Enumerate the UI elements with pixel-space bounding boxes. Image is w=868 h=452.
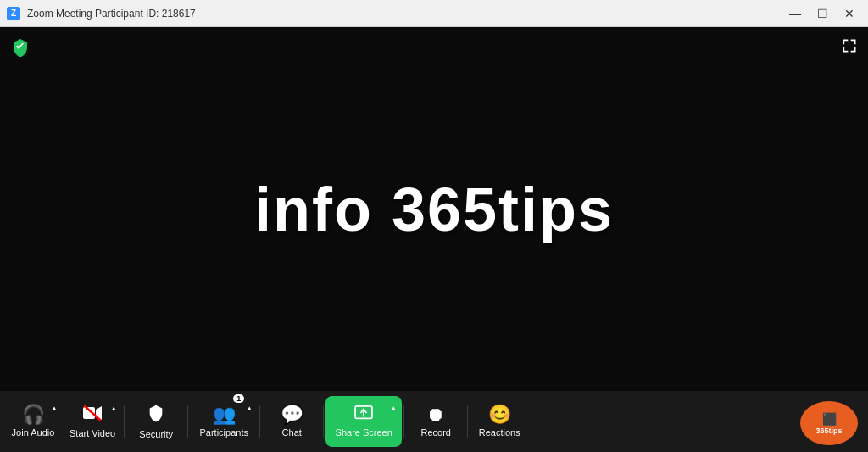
security-shield-icon — [10, 37, 31, 58]
security-label: Security — [139, 429, 173, 439]
security-button[interactable]: Security — [126, 396, 186, 447]
video-area: info 365tips — [0, 27, 868, 391]
record-button[interactable]: ⏺ Record — [406, 396, 465, 447]
divider-6 — [467, 405, 468, 438]
participants-icon: 👥 — [213, 405, 236, 424]
main-area: info 365tips 🎧 Join Audio ▲ Start Video … — [0, 27, 868, 452]
toolbar: 🎧 Join Audio ▲ Start Video ▲ — [0, 391, 868, 452]
meeting-center-text: info 365tips — [254, 175, 614, 244]
divider-3 — [259, 405, 260, 438]
share-screen-label: Share Screen — [336, 427, 392, 438]
app-icon: Z — [7, 7, 20, 20]
divider-5 — [403, 405, 404, 438]
join-audio-caret[interactable]: ▲ — [51, 405, 58, 412]
chat-button[interactable]: 💬 Chat — [262, 396, 321, 447]
office-icon: ⬛ — [822, 412, 837, 426]
video-off-icon — [82, 405, 103, 425]
close-button[interactable]: ✕ — [837, 5, 861, 22]
window-title: Zoom Meeting Participant ID: 218617 — [27, 8, 196, 20]
join-audio-button[interactable]: 🎧 Join Audio ▲ — [3, 396, 63, 447]
reactions-button[interactable]: 😊 Reactions — [470, 396, 529, 447]
reactions-label: Reactions — [479, 427, 520, 438]
participants-button[interactable]: 👥 1 Participants ▲ — [190, 396, 258, 447]
headphone-icon: 🎧 — [22, 405, 45, 424]
chat-label: Chat — [282, 427, 302, 438]
share-screen-caret[interactable]: ▲ — [390, 405, 397, 412]
window-controls: — ☐ ✕ — [783, 5, 861, 22]
365tips-logo: ⬛ 365tips — [800, 401, 858, 445]
participants-label: Participants — [199, 427, 248, 438]
minimize-button[interactable]: — — [783, 5, 807, 22]
participants-caret[interactable]: ▲ — [246, 405, 253, 412]
expand-icon[interactable] — [841, 37, 858, 59]
record-icon: ⏺ — [426, 405, 445, 424]
chat-icon: 💬 — [281, 405, 303, 424]
participant-count-badge: 1 — [233, 394, 244, 403]
start-video-caret[interactable]: ▲ — [110, 405, 117, 412]
start-video-button[interactable]: Start Video ▲ — [63, 396, 122, 447]
share-screen-button[interactable]: Share Screen ▲ Share (Alt+S) — [326, 396, 402, 447]
divider-1 — [124, 405, 125, 438]
maximize-button[interactable]: ☐ — [810, 5, 834, 22]
divider-2 — [187, 405, 188, 438]
reactions-icon: 😊 — [488, 405, 511, 424]
join-audio-label: Join Audio — [12, 427, 55, 438]
title-bar-left: Z Zoom Meeting Participant ID: 218617 — [7, 7, 196, 20]
title-bar: Z Zoom Meeting Participant ID: 218617 — … — [0, 0, 868, 27]
security-icon — [147, 404, 165, 426]
record-label: Record — [421, 427, 451, 438]
logo-text: 365tips — [815, 427, 842, 435]
share-screen-icon — [354, 405, 373, 424]
divider-4 — [323, 405, 324, 438]
start-video-label: Start Video — [70, 428, 115, 438]
